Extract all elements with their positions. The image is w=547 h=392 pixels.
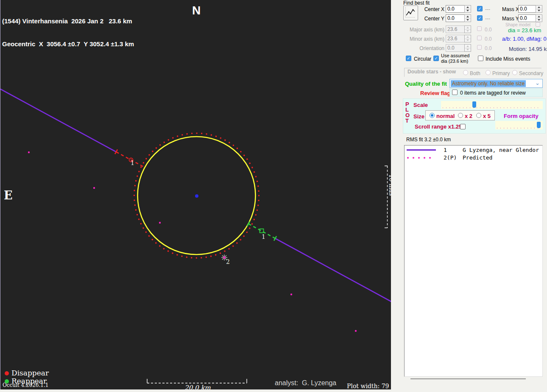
observer-row-2[interactable]: 2(P) Predicted xyxy=(405,154,542,161)
size-normal-radio[interactable] xyxy=(430,113,435,118)
legend-reappear-label: Reappear xyxy=(11,377,47,385)
center-y-input[interactable]: 0.0 xyxy=(446,14,465,22)
circular-checkbox[interactable]: ✓ xyxy=(406,56,411,61)
center-y-label: Center Y xyxy=(404,16,444,22)
major-axis-err: 0.0 xyxy=(485,27,492,33)
disappear-segment xyxy=(115,149,145,167)
observer-number: 1 xyxy=(444,147,447,153)
mass-y-input[interactable]: 0.0 xyxy=(518,14,536,22)
use-assumed-dia-checkbox[interactable]: ✓ xyxy=(433,56,439,61)
double-secondary-label: Secondary xyxy=(519,70,543,76)
review-flags-checkbox[interactable] xyxy=(452,90,458,95)
quality-of-fit-dropdown[interactable]: Astrometry only. No reliable size ⌄ xyxy=(449,79,543,88)
major-axis-label: Major axis (km) xyxy=(404,27,444,33)
km-scale-bar xyxy=(147,379,247,383)
fit-control-panel: Find best fit Center X 0.0 ✓ --- Mass X … xyxy=(391,0,547,392)
shape-model-checkbox[interactable] xyxy=(536,22,540,27)
chord1-reappear-number: 1 xyxy=(262,233,265,240)
list-horizontal-scrollbar[interactable] xyxy=(410,378,526,379)
size-x2-radio[interactable] xyxy=(458,113,463,118)
orientation-err: 0.0 xyxy=(485,45,492,51)
use-assumed-line2: dia (23.6 km) xyxy=(441,59,468,64)
mass-x-input[interactable]: 0.0 xyxy=(518,5,536,13)
minor-axis-checkbox[interactable] xyxy=(477,36,482,40)
legend-reappear: Reappear xyxy=(5,377,47,385)
dia-text: dia = 23.6 km xyxy=(508,27,541,34)
center-y-dash: --- xyxy=(485,16,490,22)
size-label: Size xyxy=(413,113,424,120)
size-normal-label: normal xyxy=(436,113,455,119)
chevron-down-icon[interactable]: ⌄ xyxy=(535,80,540,86)
minor-axis-spinner[interactable] xyxy=(464,35,471,42)
center-y-checkbox[interactable]: ✓ xyxy=(477,15,483,21)
circular-label: Circular xyxy=(414,56,431,62)
minor-axis-label: Minor axis (km) xyxy=(404,36,444,42)
double-secondary-radio[interactable] xyxy=(512,70,517,75)
orientation-spinner[interactable] xyxy=(464,44,471,52)
center-x-dash: --- xyxy=(485,6,490,12)
observer-number: 2(P) xyxy=(444,154,457,161)
plot-title-line1: (1544) Vinterhansenia 2026 Jan 2 23.6 km xyxy=(2,17,134,25)
major-axis-input[interactable]: 23.6 xyxy=(446,25,465,33)
center-x-checkbox[interactable]: ✓ xyxy=(477,6,483,11)
mass-x-spinner[interactable] xyxy=(536,5,542,13)
center-x-input[interactable]: 0.0 xyxy=(446,5,465,13)
north-label: N xyxy=(192,4,201,17)
plot-letter-t: T xyxy=(405,118,409,124)
scale-label: Scale xyxy=(413,102,428,108)
double-primary-radio[interactable] xyxy=(486,70,491,75)
scale-slider-thumb[interactable] xyxy=(472,101,476,108)
plot-title-line2: Geocentric X 3056.4 ±0.7 Y 3052.4 ±1.3 k… xyxy=(2,40,134,48)
orientation-label: Orientation xyxy=(404,45,444,51)
double-stars-title: Double stars - show xyxy=(406,69,457,75)
orientation-checkbox[interactable] xyxy=(477,45,482,50)
size-x5-label: x 5 xyxy=(483,113,491,119)
rms-fit-text: RMS fit 3.2 ±0.0 km xyxy=(406,137,451,143)
ab-dmag-text: a/b: 1.00, dMag: 0.00 xyxy=(502,36,547,42)
predicted-dot-swatch xyxy=(413,157,414,159)
size-x2-label: x 2 xyxy=(465,113,472,119)
mass-y-label: Mass Y xyxy=(502,16,519,22)
mas-scale-bar xyxy=(385,166,388,228)
review-flags-label: Review flags xyxy=(420,90,454,96)
double-both-label: Both xyxy=(470,70,480,76)
major-axis-checkbox[interactable] xyxy=(477,26,482,31)
observer-name: Predicted xyxy=(463,154,492,161)
minor-axis-input[interactable]: 23.6 xyxy=(446,35,465,42)
disappear-dot-icon xyxy=(5,371,9,375)
predicted-path-dots xyxy=(28,151,357,332)
size-x5-radio[interactable] xyxy=(476,113,481,118)
form-opacity-slider[interactable] xyxy=(495,121,543,129)
double-both-radio[interactable] xyxy=(463,70,468,75)
observer-row-1[interactable]: 1 G Lyzenga, near Glendor xyxy=(405,147,542,153)
center-dot xyxy=(195,194,198,198)
scroll-range-checkbox[interactable] xyxy=(460,124,466,129)
occultation-plot-canvas: (1544) Vinterhansenia 2026 Jan 2 23.6 km… xyxy=(0,0,391,389)
plot-title: (1544) Vinterhansenia 2026 Jan 2 23.6 km… xyxy=(2,2,134,63)
observer-name: G Lyzenga, near Glendor xyxy=(463,147,539,153)
major-axis-spinner[interactable] xyxy=(464,25,471,33)
form-opacity-label: Form opacity xyxy=(504,113,539,119)
review-flags-text: 0 items are tagged for review xyxy=(460,90,526,96)
include-miss-label: Include Miss events xyxy=(486,56,530,62)
form-opacity-slider-thumb[interactable] xyxy=(537,122,541,128)
shape-model-label: Shape model xyxy=(505,22,530,27)
east-label: E xyxy=(4,189,13,202)
double-stars-groupbox-border-left xyxy=(404,68,405,77)
motion-text: Motion: 14.95 km/s xyxy=(509,46,547,52)
find-best-fit-label: Find best fit xyxy=(403,0,430,6)
occult-app-window: (1544) Vinterhansenia 2026 Jan 2 23.6 km… xyxy=(0,0,547,392)
chord-line-swatch xyxy=(407,149,436,151)
orientation-input[interactable]: 0.0 xyxy=(446,44,465,52)
include-miss-checkbox[interactable] xyxy=(478,56,483,61)
mass-y-spinner[interactable] xyxy=(536,14,542,22)
use-assumed-line1: Use assumed xyxy=(441,53,469,58)
double-stars-groupbox-border xyxy=(404,68,541,68)
observer-list[interactable]: 1 G Lyzenga, near Glendor 2(P) Predicted xyxy=(404,145,543,377)
center-x-spinner[interactable] xyxy=(464,5,471,13)
scale-slider[interactable] xyxy=(441,101,543,109)
center-y-spinner[interactable] xyxy=(464,14,471,22)
minor-axis-err: 0.0 xyxy=(485,36,492,42)
mass-x-label: Mass X xyxy=(502,6,519,12)
predicted-dot-swatch xyxy=(418,157,420,159)
